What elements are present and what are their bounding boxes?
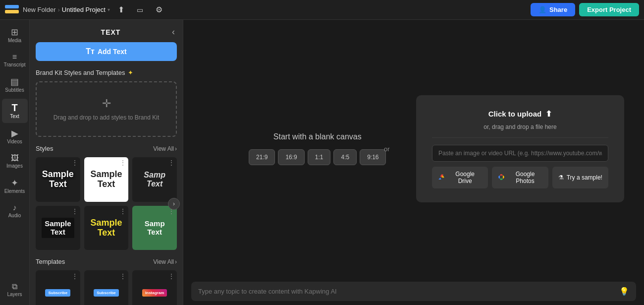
aspect-ratios: 21:9 16:9 1:1 4:5 9:16	[249, 149, 386, 165]
sidebar-item-audio[interactable]: ♪ Audio	[2, 200, 28, 222]
styles-title: Styles	[36, 145, 53, 152]
text-icon: T	[11, 103, 17, 113]
ar-4-5[interactable]: 4:5	[333, 149, 357, 165]
media-label: Media	[8, 38, 21, 43]
chevron-right-icon: ›	[175, 145, 177, 152]
images-label: Images	[6, 163, 23, 169]
canvas-main: Start with a blank canvas 21:9 16:9 1:1 …	[183, 20, 644, 278]
templates-title: Templates	[36, 258, 65, 265]
sidebar-scroll-content: Tт Add Text Brand Kit Styles and Templat…	[30, 42, 183, 305]
templates-view-all[interactable]: View All ›	[153, 258, 177, 265]
template-card-1[interactable]: ⋮ Subscribe	[36, 270, 80, 305]
elements-label: Elements	[4, 188, 25, 194]
try-sample-label: Try a sample!	[567, 174, 602, 181]
google-drive-label: Google Drive	[448, 171, 482, 184]
share-button[interactable]: 👤 Share	[531, 3, 575, 16]
upload-button[interactable]: ⬆	[114, 2, 129, 17]
subtitles-label: Subtitles	[5, 87, 24, 93]
url-input[interactable]	[432, 145, 608, 162]
settings-button[interactable]: ⚙	[152, 2, 166, 17]
google-photos-label: Google Photos	[508, 171, 542, 184]
subtitles-icon: ▤	[10, 77, 19, 86]
ar-21-9[interactable]: 21:9	[249, 149, 275, 165]
try-sample-button[interactable]: ⚗ Try a sample!	[552, 167, 608, 188]
ar-9-16[interactable]: 9:16	[360, 149, 386, 165]
template-more-1[interactable]: ⋮	[71, 272, 78, 280]
try-sample-icon: ⚗	[558, 174, 564, 181]
styles-next-button[interactable]: ›	[168, 198, 180, 210]
folder-name: New Folder	[23, 6, 55, 13]
styles-grid: ⋮ SampleText ⋮ SampleText ⋮ SampText ⋮	[36, 157, 177, 250]
add-text-label: Add Text	[98, 48, 127, 56]
google-drive-icon	[438, 174, 445, 182]
breadcrumb: New Folder › Untitled Project ▾	[23, 6, 110, 13]
topbar: New Folder › Untitled Project ▾ ⬆ ▭ ⚙ 👤 …	[0, 0, 644, 20]
or-label: or	[384, 145, 390, 153]
share-label: Share	[549, 6, 567, 13]
text-panel: TEXT ‹ Tт Add Text Brand Kit Styles and …	[30, 20, 183, 305]
style-card-text-4: SampleText	[42, 218, 74, 238]
images-icon: 🖼	[11, 154, 19, 162]
style-more-button-2[interactable]: ⋮	[119, 159, 126, 166]
style-card-5[interactable]: ⋮ SampleText	[84, 206, 129, 250]
elements-icon: ✦	[11, 179, 18, 187]
sidebar-item-layers[interactable]: ⧉ Layers	[2, 279, 28, 301]
sidebar-item-text[interactable]: T Text	[2, 99, 28, 123]
sidebar-item-videos[interactable]: ▶ Videos	[2, 125, 28, 148]
style-card-4[interactable]: ⋮ SampleText	[36, 206, 80, 250]
sidebar-header: TEXT ‹	[30, 20, 183, 42]
export-button[interactable]: Export Project	[579, 3, 639, 16]
ai-lightbulb-icon: 💡	[619, 287, 629, 296]
styles-header: Styles View All ›	[36, 145, 177, 152]
template-tag-1: Subscribe	[45, 289, 70, 297]
ai-input[interactable]	[198, 288, 615, 295]
sparkle-icon: ✦	[128, 69, 133, 76]
upload-card: Click to upload ⬆ or, drag and drop a fi…	[416, 95, 624, 202]
style-card-3[interactable]: ⋮ SampText	[132, 157, 177, 202]
blank-canvas-section: Start with a blank canvas 21:9 16:9 1:1 …	[249, 132, 386, 165]
styles-grid-wrap: ⋮ SampleText ⋮ SampleText ⋮ SampText ⋮	[36, 157, 177, 250]
style-card-text-5: SampleText	[90, 218, 122, 238]
sidebar-item-elements[interactable]: ✦ Elements	[2, 175, 28, 198]
layers-icon: ⧉	[12, 283, 17, 291]
comments-button[interactable]: ▭	[133, 2, 148, 17]
style-card-2[interactable]: ⋮ SampleText	[84, 157, 129, 202]
brand-kit-drag-text: Drag and drop to add styles to Brand Kit	[54, 114, 159, 121]
drag-drop-label: or, drag and drop a file here	[483, 123, 556, 130]
export-label: Export Project	[587, 6, 631, 13]
style-more-button-1[interactable]: ⋮	[71, 159, 78, 166]
chevron-right-icon: ›	[175, 258, 177, 265]
style-card-text-6: SampText	[145, 220, 165, 236]
chevron-down-icon[interactable]: ▾	[107, 7, 110, 12]
templates-header: Templates View All ›	[36, 258, 177, 265]
style-more-button-4[interactable]: ⋮	[71, 208, 78, 215]
upload-icon: ⬆	[545, 109, 552, 119]
close-panel-button[interactable]: ‹	[172, 27, 175, 37]
style-more-button-3[interactable]: ⋮	[168, 159, 175, 166]
sidebar-item-subtitles[interactable]: ▤ Subtitles	[2, 73, 28, 97]
brand-kit-title: Brand Kit Styles and Templates ✦	[36, 69, 133, 76]
brand-kit-dropzone[interactable]: ✛ Drag and drop to add styles to Brand K…	[36, 81, 177, 137]
brand-kit-header: Brand Kit Styles and Templates ✦	[36, 69, 177, 76]
sidebar-item-media[interactable]: ⊞ Media	[2, 24, 28, 47]
google-photos-icon	[498, 174, 505, 182]
template-more-3[interactable]: ⋮	[168, 272, 175, 280]
template-more-2[interactable]: ⋮	[119, 272, 126, 280]
style-more-button-5[interactable]: ⋮	[119, 208, 126, 215]
style-card-1[interactable]: ⋮ SampleText	[36, 157, 80, 202]
click-to-upload-label: Click to upload	[488, 110, 542, 118]
ar-1-1[interactable]: 1:1	[308, 149, 331, 165]
google-photos-button[interactable]: Google Photos	[492, 167, 548, 188]
add-text-button[interactable]: Tт Add Text	[36, 42, 177, 61]
sidebar-item-transcript[interactable]: ≡ Transcript	[2, 49, 28, 71]
audio-icon: ♪	[13, 204, 17, 212]
google-drive-button[interactable]: Google Drive	[432, 167, 488, 188]
sidebar-item-images[interactable]: 🖼 Images	[2, 150, 28, 173]
template-card-3[interactable]: ⋮ Instagram	[132, 270, 177, 305]
template-card-2[interactable]: ⋮ Subscribe	[84, 270, 129, 305]
ar-16-9[interactable]: 16:9	[278, 149, 304, 165]
styles-view-all[interactable]: View All ›	[153, 145, 177, 152]
sidebar-title: TEXT	[50, 28, 172, 36]
style-card-6[interactable]: ⋮ SampText	[132, 206, 177, 250]
upload-actions: Google Drive Google Photos ⚗ Try a sampl…	[432, 167, 608, 188]
